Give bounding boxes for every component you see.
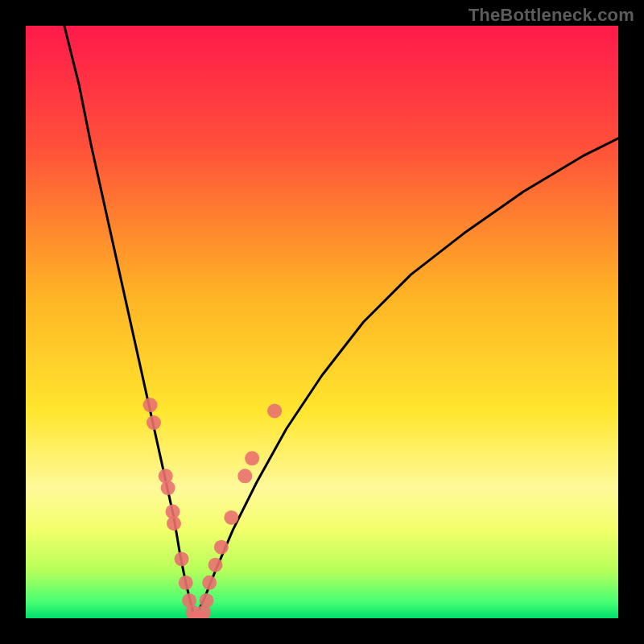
data-point <box>143 398 158 412</box>
data-point <box>202 576 217 590</box>
data-point <box>167 516 181 530</box>
data-point <box>147 415 161 430</box>
chart-frame: TheBottleneck.com <box>0 0 644 644</box>
data-point <box>224 510 238 525</box>
data-point <box>179 576 193 590</box>
data-point <box>175 551 189 566</box>
data-point <box>214 540 229 555</box>
data-point <box>267 403 282 418</box>
data-point <box>237 469 252 483</box>
data-point <box>208 558 223 572</box>
data-point <box>245 451 259 465</box>
data-point <box>199 593 213 608</box>
watermark-text: TheBottleneck.com <box>469 5 634 26</box>
chart-svg <box>26 26 618 618</box>
data-point <box>161 481 175 495</box>
plot-area <box>26 26 618 618</box>
gradient-background <box>26 26 618 618</box>
